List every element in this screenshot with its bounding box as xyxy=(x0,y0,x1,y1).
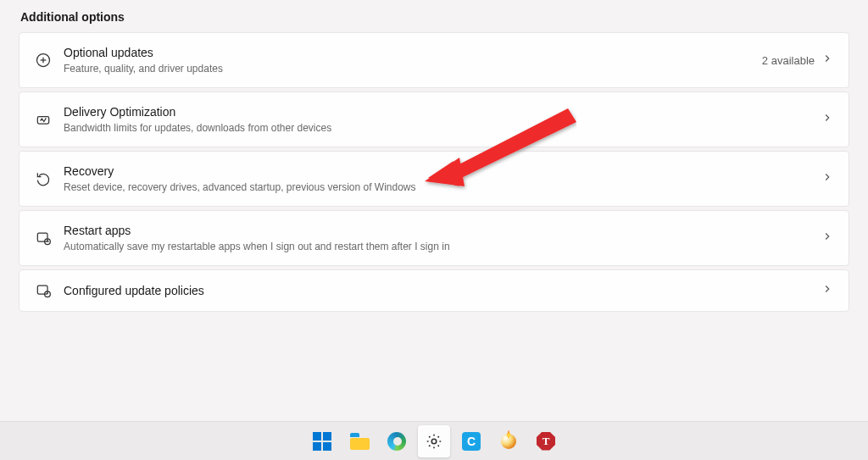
item-title: Delivery Optimization xyxy=(64,104,821,120)
item-restart-apps[interactable]: Restart apps Automatically save my resta… xyxy=(19,210,849,266)
taskbar-app-fire[interactable] xyxy=(492,425,525,457)
chevron-right-icon xyxy=(821,171,833,186)
taskbar-edge[interactable] xyxy=(381,425,413,457)
item-sub: Reset device, recovery drives, advanced … xyxy=(64,180,821,194)
item-sub: Bandwidth limits for updates, downloads … xyxy=(64,121,821,135)
item-configured-update-policies[interactable]: Configured update policies xyxy=(19,269,849,312)
taskbar-start-button[interactable] xyxy=(306,425,338,457)
edge-icon xyxy=(387,432,406,451)
item-sub: Automatically save my restartable apps w… xyxy=(64,240,821,253)
item-title: Restart apps xyxy=(64,223,821,239)
taskbar: C T xyxy=(0,421,868,460)
item-sub: Feature, quality, and driver updates xyxy=(64,62,762,75)
taskbar-app-t[interactable]: T xyxy=(530,425,562,457)
item-title: Optional updates xyxy=(64,45,762,61)
svg-rect-6 xyxy=(37,285,47,294)
chevron-right-icon xyxy=(821,283,833,298)
gauge-icon xyxy=(31,111,55,128)
gear-icon xyxy=(425,432,443,451)
item-extra-text: 2 available xyxy=(762,54,815,67)
taskbar-app-c[interactable]: C xyxy=(455,425,487,457)
fire-ball-icon xyxy=(499,432,518,451)
chevron-right-icon xyxy=(821,53,833,68)
item-optional-updates[interactable]: Optional updates Feature, quality, and d… xyxy=(19,32,849,88)
plus-circle-icon xyxy=(31,52,55,69)
letter-c-icon: C xyxy=(462,432,481,451)
taskbar-file-explorer[interactable] xyxy=(343,425,376,457)
chevron-right-icon xyxy=(821,230,833,246)
chevron-right-icon xyxy=(821,112,833,127)
taskbar-settings[interactable] xyxy=(418,425,450,457)
item-delivery-optimization[interactable]: Delivery Optimization Bandwidth limits f… xyxy=(19,91,849,147)
restart-apps-icon xyxy=(31,230,55,247)
windows-logo-icon xyxy=(313,432,331,451)
item-title: Recovery xyxy=(64,163,821,180)
stopsign-t-icon: T xyxy=(537,432,555,451)
item-title: Configured update policies xyxy=(64,283,821,299)
file-explorer-icon xyxy=(350,433,370,450)
item-recovery[interactable]: Recovery Reset device, recovery drives, … xyxy=(19,151,849,207)
svg-rect-4 xyxy=(37,233,47,241)
section-title: Additional options xyxy=(20,10,849,24)
policy-icon xyxy=(31,282,55,299)
svg-point-12 xyxy=(431,439,437,444)
recovery-icon xyxy=(31,170,55,187)
